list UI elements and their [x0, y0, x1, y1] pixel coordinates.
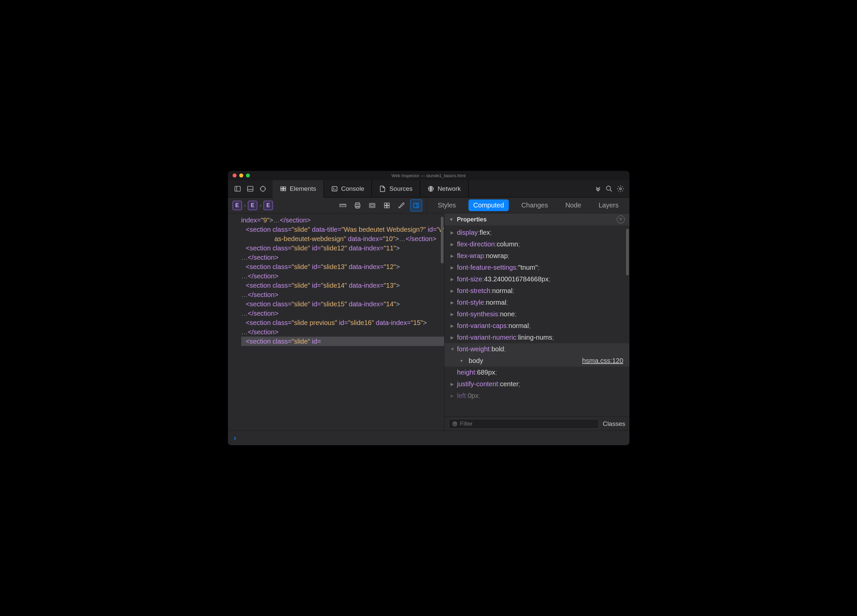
classes-toggle[interactable]: Classes — [603, 420, 625, 428]
subtab-layers[interactable]: Layers — [594, 199, 623, 211]
properties-section-header[interactable]: ▼ Properties — [444, 213, 630, 225]
svg-point-17 — [606, 186, 610, 190]
tab-network[interactable]: Network — [420, 180, 469, 198]
dom-tree-node[interactable]: …</section> — [241, 309, 444, 318]
css-property-row[interactable]: ▶font-variant-numeric: lining-nums; — [444, 332, 630, 343]
css-property-row[interactable]: ▼font-weight: bold; — [444, 343, 630, 355]
subtab-computed[interactable]: Computed — [469, 199, 509, 211]
element-picker-icon[interactable] — [257, 183, 269, 195]
css-property-row[interactable]: height: 689px; — [444, 367, 630, 378]
dom-tree-panel[interactable]: index="9">…</section>▶ <section class="s… — [228, 213, 444, 431]
tab-sources[interactable]: Sources — [372, 180, 420, 198]
dom-tree-node[interactable]: …</section> — [241, 290, 444, 300]
css-property-row[interactable]: ▶font-stretch: normal; — [444, 285, 630, 297]
css-property-row[interactable]: ▶justify-content: center; — [444, 378, 630, 390]
dom-tree-node[interactable]: index="9">…</section> — [241, 215, 444, 225]
ruler-icon[interactable] — [337, 199, 349, 212]
disclosure-triangle-icon: ▼ — [449, 217, 454, 222]
svg-rect-34 — [413, 203, 419, 207]
console-prompt-icon: › — [234, 434, 236, 443]
svg-rect-32 — [385, 205, 387, 207]
subtab-changes[interactable]: Changes — [517, 199, 553, 211]
inspector-window: Web Inspector — stunde1_basics.html Elem… — [228, 171, 630, 445]
css-property-row[interactable]: ▶font-feature-settings: "tnum"; — [444, 262, 630, 273]
svg-rect-11 — [280, 189, 283, 190]
css-property-source[interactable]: •bodyhsma.css:120 — [444, 355, 630, 367]
dom-tree-node[interactable]: ▶ <section class="slide" id="slide14" da… — [241, 281, 444, 290]
tab-console[interactable]: Console — [324, 180, 372, 198]
more-tabs-icon[interactable] — [592, 183, 603, 195]
brush-icon[interactable] — [396, 199, 407, 212]
print-icon[interactable] — [351, 199, 364, 212]
svg-rect-28 — [370, 203, 375, 207]
filter-input-container — [449, 419, 599, 429]
svg-rect-29 — [371, 204, 374, 207]
settings-gear-icon[interactable] — [615, 183, 626, 195]
css-property-row[interactable]: ▶font-synthesis: none; — [444, 308, 630, 320]
tab-elements[interactable]: Elements — [272, 180, 324, 198]
svg-line-18 — [610, 190, 612, 191]
svg-rect-33 — [387, 205, 389, 207]
search-icon[interactable] — [603, 183, 615, 195]
svg-rect-10 — [283, 187, 286, 188]
css-property-row[interactable]: ▶display: flex; — [444, 227, 630, 238]
minimize-window-button[interactable] — [239, 173, 243, 178]
dom-tree-node[interactable]: ▶ <section class="slide" id="slide12" da… — [241, 243, 444, 253]
dock-left-icon[interactable] — [232, 183, 243, 195]
breadcrumb-element[interactable]: E — [232, 201, 242, 210]
subtab-bar: E › E › E Styles Computed Changes Node L… — [228, 198, 630, 213]
dom-tree-node[interactable]: …</section> — [241, 327, 444, 337]
details-panel-icon[interactable] — [410, 199, 422, 212]
css-property-row[interactable]: ▶font-size: 43.2400016784668px; — [444, 273, 630, 285]
svg-point-19 — [619, 188, 622, 190]
svg-point-4 — [260, 186, 265, 191]
filter-options-icon[interactable] — [617, 215, 625, 224]
window-title: Web Inspector — stunde1_basics.html — [391, 173, 466, 178]
dom-tree-node[interactable]: …</section> — [241, 272, 444, 281]
grid-icon[interactable] — [381, 199, 393, 212]
filter-icon — [452, 421, 458, 426]
filter-input[interactable] — [460, 420, 595, 427]
breadcrumb-element[interactable]: E — [264, 201, 273, 210]
svg-rect-30 — [385, 203, 387, 205]
screenshot-icon[interactable] — [366, 199, 378, 212]
close-window-button[interactable] — [232, 173, 237, 178]
titlebar: Web Inspector — stunde1_basics.html — [228, 171, 630, 180]
css-property-row[interactable]: ▶font-style: normal; — [444, 297, 630, 308]
svg-rect-2 — [247, 186, 253, 191]
scrollbar[interactable] — [626, 229, 629, 275]
subtab-styles[interactable]: Styles — [433, 199, 461, 211]
css-property-row[interactable]: ▶flex-wrap: nowrap; — [444, 250, 630, 262]
properties-list[interactable]: ▶display: flex;▶flex-direction: column;▶… — [444, 225, 630, 417]
dom-tree-node[interactable]: ▶ <section class="slide" id= — [241, 337, 444, 346]
svg-rect-12 — [283, 189, 286, 190]
dom-tree-node[interactable]: …</section> — [241, 253, 444, 262]
dom-tree-node[interactable]: ▶ <section class="slide" id="slide13" da… — [241, 262, 444, 272]
scrollbar[interactable] — [441, 217, 444, 263]
main-tabbar: Elements Console Sources Network — [228, 180, 630, 198]
css-property-row[interactable]: ▶font-variant-caps: normal; — [444, 320, 630, 332]
traffic-lights — [228, 173, 250, 178]
dom-tree-node[interactable]: ▶ <section class="slide" id="slide15" da… — [241, 300, 444, 309]
console-prompt-bar[interactable]: › — [228, 431, 630, 445]
dock-bottom-icon[interactable] — [244, 183, 256, 195]
css-property-row[interactable]: ▶left: 0px; — [444, 390, 630, 401]
css-property-row[interactable]: ▶flex-direction: column; — [444, 238, 630, 250]
dom-tree-node[interactable]: ▶ <section class="slide" data-title="Was… — [241, 225, 444, 243]
svg-rect-31 — [387, 203, 389, 205]
svg-rect-0 — [235, 186, 240, 191]
dom-tree-node[interactable]: ▶ <section class="slide previous" id="sl… — [241, 318, 444, 327]
chevron-right-icon: › — [244, 201, 246, 209]
computed-styles-panel: ▼ Properties ▶display: flex;▶flex-direct… — [444, 213, 630, 431]
breadcrumb-element[interactable]: E — [248, 201, 257, 210]
maximize-window-button[interactable] — [246, 173, 250, 178]
subtab-node[interactable]: Node — [561, 199, 586, 211]
svg-rect-9 — [280, 187, 283, 188]
filter-bar: Classes — [444, 417, 630, 431]
svg-rect-13 — [332, 187, 337, 191]
chevron-right-icon: › — [259, 201, 261, 209]
